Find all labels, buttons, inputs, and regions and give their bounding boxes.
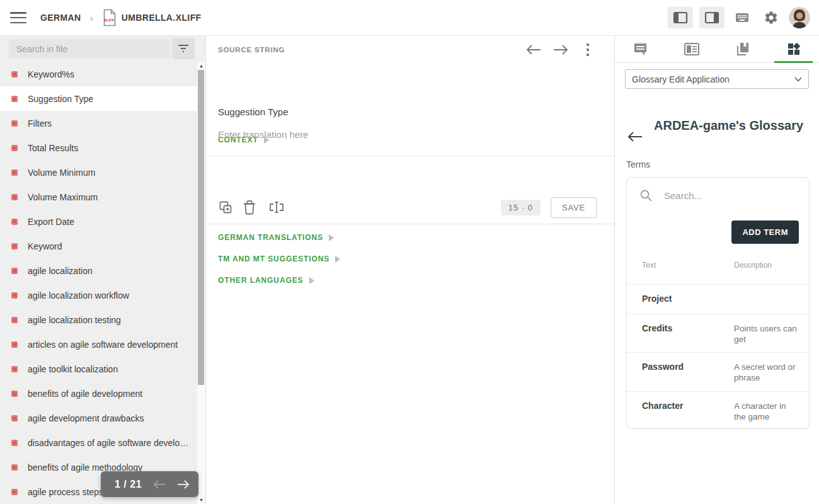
table-row[interactable]: Password A secret word or phrase	[627, 352, 809, 391]
table-row[interactable]: Project	[627, 284, 809, 314]
segment-list-item-selected[interactable]: Suggestion Type	[0, 86, 197, 111]
toggle-left-panel-button[interactable]	[668, 7, 693, 28]
scrollbar-thumb[interactable]	[198, 70, 204, 385]
segment-status-icon	[11, 71, 18, 77]
trash-icon	[243, 200, 256, 215]
glossary-search-input[interactable]	[664, 190, 759, 201]
german-translations-toggle[interactable]: GERMAN TRANSLATIONS	[218, 233, 334, 242]
back-button[interactable]	[626, 128, 644, 146]
next-page-button[interactable]	[173, 474, 193, 495]
contact-card-icon	[684, 43, 699, 55]
delete-translation-button[interactable]	[243, 197, 268, 217]
top-bar: GERMAN › XLIFF UMBRELLA.XLIFF	[0, 0, 819, 36]
table-row[interactable]: Credits Points users can get	[627, 314, 809, 352]
segment-list-item[interactable]: Volume Minimum	[0, 160, 197, 185]
segment-list-item[interactable]: Total Results	[0, 135, 197, 160]
tm-mt-suggestions-toggle[interactable]: TM AND MT SUGGESTIONS	[218, 255, 340, 263]
other-languages-toggle[interactable]: OTHER LANGUAGES	[218, 276, 314, 285]
segment-list-item[interactable]: benefits of agile development	[0, 381, 197, 406]
segment-list-item[interactable]: agile localization	[0, 258, 197, 283]
file-segments-sidebar: Keyword%s Suggestion Type Filters Total …	[0, 36, 206, 504]
segment-status-icon	[11, 464, 18, 471]
next-segment-button[interactable]	[552, 41, 570, 59]
sidebar-search-row	[0, 36, 205, 62]
filter-icon	[178, 44, 189, 53]
segment-list-item[interactable]: disadvantages of agile software develo…	[0, 430, 197, 455]
segment-status-icon	[11, 440, 18, 446]
save-button[interactable]: SAVE	[551, 197, 597, 218]
menu-icon[interactable]	[10, 12, 26, 23]
segment-status-icon	[11, 391, 18, 397]
sidebar-scrollbar[interactable]: ▲ ▼	[197, 62, 205, 504]
keyboard-shortcuts-button[interactable]	[731, 7, 753, 28]
segment-list-item[interactable]: Keyword%s	[0, 62, 197, 86]
copy-source-button[interactable]	[218, 197, 243, 217]
segment-list-item[interactable]: Filters	[0, 111, 197, 135]
widgets-icon	[786, 42, 801, 57]
previous-segment-button[interactable]	[525, 41, 542, 59]
tools-panel: Glossary Edit Application ARDEA-game's G…	[614, 36, 819, 504]
chevron-down-icon	[794, 77, 802, 82]
search-icon	[639, 189, 653, 202]
glossary-search-row	[639, 189, 799, 202]
chevron-right-icon: ›	[90, 13, 93, 23]
comment-icon	[633, 42, 648, 56]
segment-status-icon	[11, 341, 18, 348]
source-text: Suggestion Type	[218, 106, 288, 117]
tag-mode-button[interactable]	[268, 197, 294, 217]
segment-list-item[interactable]: agile toolkit localization	[0, 357, 197, 381]
segment-status-icon	[11, 219, 18, 225]
scroll-down-icon[interactable]: ▼	[198, 497, 204, 503]
svg-text:XLIFF: XLIFF	[103, 18, 114, 22]
breadcrumb[interactable]: GERMAN	[40, 13, 81, 23]
segment-list-item[interactable]: Export Date	[0, 209, 197, 234]
tab-comments[interactable]	[615, 36, 666, 62]
app-selector[interactable]: Glossary Edit Application	[625, 69, 809, 89]
xliff-file-icon: XLIFF	[102, 9, 117, 26]
segment-status-icon	[11, 268, 18, 274]
file-breadcrumb[interactable]: XLIFF UMBRELLA.XLIFF	[102, 9, 202, 26]
back-arrow-icon	[627, 131, 643, 142]
glossary-title: ARDEA-game's Glossary	[654, 117, 803, 146]
segment-list-item[interactable]: agile development drawbacks	[0, 406, 197, 430]
tab-segment-info[interactable]	[666, 36, 717, 62]
divider	[207, 224, 614, 224]
tab-glossary[interactable]	[717, 36, 768, 62]
right-panel-icon	[704, 11, 719, 24]
segment-list-item[interactable]: Keyword	[0, 234, 197, 258]
segment-list-item[interactable]: agile localization workflow	[0, 283, 197, 307]
segment-status-icon	[11, 415, 18, 421]
segment-status-icon	[11, 366, 18, 372]
avatar[interactable]	[789, 7, 810, 28]
keyboard-icon	[735, 10, 750, 25]
expand-triangle-icon	[309, 277, 314, 284]
source-string-label: SOURCE STRING	[218, 46, 285, 54]
segment-status-icon	[11, 317, 18, 323]
more-options-button[interactable]	[579, 41, 597, 59]
segment-list-item[interactable]: articles on agile software development	[0, 332, 197, 357]
filter-button[interactable]	[172, 38, 195, 59]
translation-input[interactable]	[218, 129, 589, 192]
tools-tabs	[615, 36, 819, 63]
toggle-right-panel-button[interactable]	[699, 7, 724, 28]
glossary-card: ADD TERM Text Description Project Credit…	[626, 177, 810, 429]
add-term-button[interactable]: ADD TERM	[731, 220, 799, 244]
segment-status-icon	[11, 145, 18, 151]
left-panel-icon	[673, 11, 688, 24]
segment-list-item[interactable]: agile localization testing	[0, 307, 197, 332]
segment-status-icon	[11, 194, 18, 200]
previous-page-button[interactable]	[149, 474, 169, 495]
tab-apps[interactable]	[768, 36, 819, 62]
segment-status-icon	[11, 292, 18, 299]
column-header-description: Description	[734, 261, 772, 270]
segment-status-icon	[11, 120, 18, 127]
pagination-bar: 1 / 21	[101, 471, 198, 497]
settings-button[interactable]	[760, 7, 782, 28]
copy-icon	[218, 200, 233, 215]
scroll-up-icon[interactable]: ▲	[198, 63, 204, 69]
table-row[interactable]: Character A character in the game	[627, 391, 809, 430]
table-header: Text Description	[627, 261, 809, 284]
search-in-file-input[interactable]	[9, 39, 170, 59]
page-indicator: 1 / 21	[115, 479, 142, 490]
segment-list-item[interactable]: Volume Maximum	[0, 185, 197, 209]
